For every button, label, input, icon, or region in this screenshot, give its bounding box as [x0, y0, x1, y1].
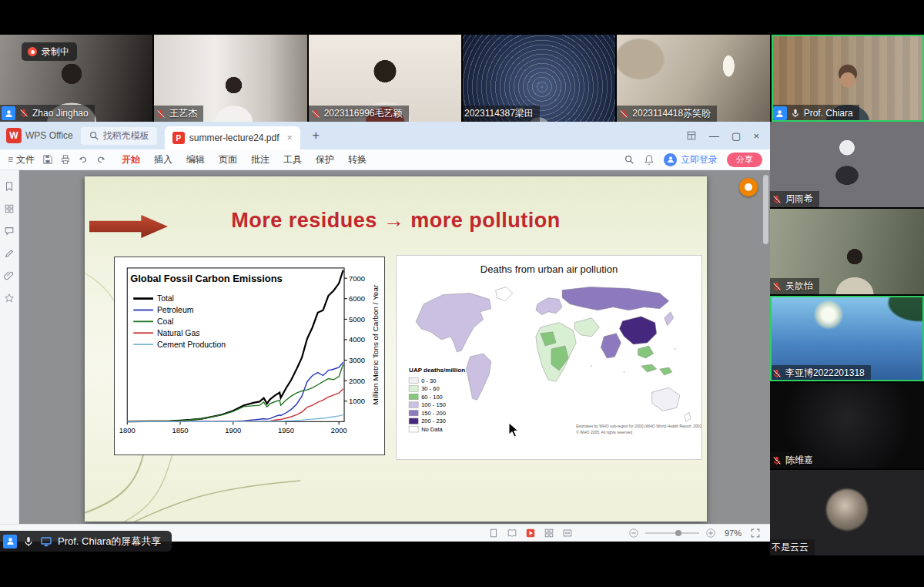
svg-text:UAP deaths/million: UAP deaths/million [409, 367, 465, 374]
participant-name-bar: 王艺杰 [154, 106, 203, 122]
menu-tab-开始[interactable]: 开始 [122, 153, 140, 166]
svg-text:5000: 5000 [349, 315, 365, 324]
close-window-button[interactable]: × [753, 130, 759, 142]
recording-indicator[interactable]: 录制中 [22, 42, 77, 61]
participant-name: 2023114387梁田 [464, 107, 534, 120]
participant-name-bar: Zhao Jinghao [0, 105, 95, 122]
participant-name-bar: Prof. Chiara [772, 105, 859, 122]
play-mode-icon[interactable] [525, 528, 536, 538]
pen-icon[interactable] [4, 248, 15, 259]
svg-text:1850: 1850 [172, 426, 189, 434]
redo-icon[interactable] [95, 154, 106, 165]
menu-tab-插入[interactable]: 插入 [154, 153, 172, 166]
wps-titlebar: W WPS Office 找稻壳模板 P summer-lecture24.pd… [0, 122, 770, 149]
bookmark-icon[interactable] [4, 181, 15, 192]
single-page-icon[interactable] [488, 528, 499, 538]
participant-name-bar: 李亚博2022201318 [770, 365, 871, 381]
avatar [826, 488, 868, 530]
recording-label: 录制中 [42, 45, 69, 59]
participant-tile[interactable]: 吴歆怡 [770, 209, 924, 296]
fullscreen-icon[interactable] [750, 528, 761, 538]
svg-text:Deaths from urban air pollutio: Deaths from urban air pollution [480, 263, 618, 275]
undo-icon[interactable] [78, 154, 89, 165]
mic-muted-icon [772, 281, 782, 292]
login-button[interactable]: 立即登录 [664, 153, 718, 166]
participant-name: 2023116996毛艺颖 [324, 107, 403, 120]
grid-view-icon[interactable] [544, 528, 554, 538]
read-mode-icon[interactable] [507, 528, 517, 538]
print-icon[interactable] [60, 154, 71, 165]
participant-tile[interactable]: 不是云云 [770, 470, 924, 557]
hamburger-icon: ≡ [8, 154, 13, 165]
layout-icon[interactable] [686, 130, 697, 141]
svg-text:Petroleum: Petroleum [157, 306, 193, 314]
svg-text:Natural Gas: Natural Gas [157, 329, 200, 337]
thumbnails-icon[interactable] [4, 203, 15, 214]
svg-text:150 - 200: 150 - 200 [421, 410, 446, 417]
participant-role-icon [2, 106, 15, 120]
zoom-in-icon[interactable] [705, 528, 716, 538]
svg-text:2000: 2000 [349, 377, 365, 385]
wps-assistant-button[interactable] [739, 178, 758, 196]
save-icon[interactable] [42, 154, 53, 165]
star-icon[interactable] [4, 293, 15, 304]
wps-logo-icon: W [6, 128, 22, 143]
bell-icon[interactable] [644, 154, 654, 165]
zoom-slider[interactable] [645, 532, 699, 534]
svg-text:1950: 1950 [278, 426, 294, 434]
menu-tab-工具[interactable]: 工具 [283, 153, 302, 166]
menu-tab-保护[interactable]: 保护 [316, 153, 334, 166]
new-tab-button[interactable]: + [308, 129, 324, 143]
document-tab-label: summer-lecture24.pdf [189, 132, 280, 143]
slide-title: More residues → more pollution [85, 209, 707, 233]
zoom-out-icon[interactable] [628, 528, 639, 538]
participant-tile[interactable]: 周雨希 [770, 122, 924, 209]
menu-tab-编辑[interactable]: 编辑 [186, 153, 205, 166]
participant-tile[interactable]: 李亚博2022201318 [770, 296, 924, 383]
participant-tile[interactable]: 2023116996毛艺颖 [309, 35, 463, 122]
menu-tab-转换[interactable]: 转换 [348, 153, 367, 166]
window-controls: — ▢ × [686, 130, 764, 142]
participant-name: 不是云云 [772, 541, 808, 554]
document-tab[interactable]: P summer-lecture24.pdf × [165, 126, 300, 149]
find-icon[interactable] [624, 154, 634, 165]
svg-text:1900: 1900 [225, 426, 241, 434]
maximize-button[interactable]: ▢ [732, 130, 741, 142]
login-label: 立即登录 [681, 153, 718, 166]
comment-icon[interactable] [4, 226, 15, 236]
wps-brand-label: WPS Office [25, 130, 73, 141]
mic-icon [790, 108, 801, 119]
participant-tile[interactable]: 2023114418苏笑盼 [617, 35, 771, 122]
wps-home-tab[interactable]: W WPS Office [6, 128, 73, 143]
svg-text:Coal: Coal [157, 317, 173, 326]
world-map [416, 287, 691, 422]
emissions-chart: 1800185019001950200010002000300040005000… [114, 257, 385, 455]
participant-tile[interactable]: 2023114387梁田 [463, 35, 617, 122]
minimize-button[interactable]: — [709, 130, 719, 142]
menu-tab-批注[interactable]: 批注 [251, 153, 270, 166]
template-search-button[interactable]: 找稻壳模板 [81, 127, 157, 145]
participant-name: Zhao Jinghao [32, 108, 89, 119]
mic-muted-icon [772, 368, 782, 379]
participant-name: Prof. Chiara [804, 108, 853, 119]
vertical-scrollbar[interactable] [763, 175, 768, 244]
participant-name: 2023114418苏笑盼 [632, 107, 711, 120]
fit-page-icon[interactable] [562, 528, 573, 538]
svg-text:Estimates by WHO sub-region fo: Estimates by WHO sub-region for 2000 (WH… [576, 424, 701, 428]
search-icon [89, 130, 99, 141]
file-menu[interactable]: ≡ 文件 [8, 153, 35, 166]
participant-tile[interactable]: 陈维嘉 [770, 383, 924, 470]
participant-tile[interactable]: Prof. Chiara [772, 35, 924, 122]
close-tab-icon[interactable]: × [287, 132, 293, 143]
share-button[interactable]: 分享 [727, 153, 762, 167]
account-icon [664, 153, 677, 166]
participant-tile[interactable]: 王艺杰 [154, 35, 308, 122]
template-search-label: 找稻壳模板 [103, 129, 149, 143]
svg-text:0 - 30: 0 - 30 [421, 377, 436, 384]
screen-share-icon [40, 535, 52, 548]
pdf-file-icon: P [172, 132, 185, 144]
menu-tab-页面[interactable]: 页面 [219, 153, 237, 166]
recording-icon [28, 47, 37, 56]
mic-muted-icon [156, 109, 166, 119]
attachment-icon[interactable] [4, 270, 15, 281]
